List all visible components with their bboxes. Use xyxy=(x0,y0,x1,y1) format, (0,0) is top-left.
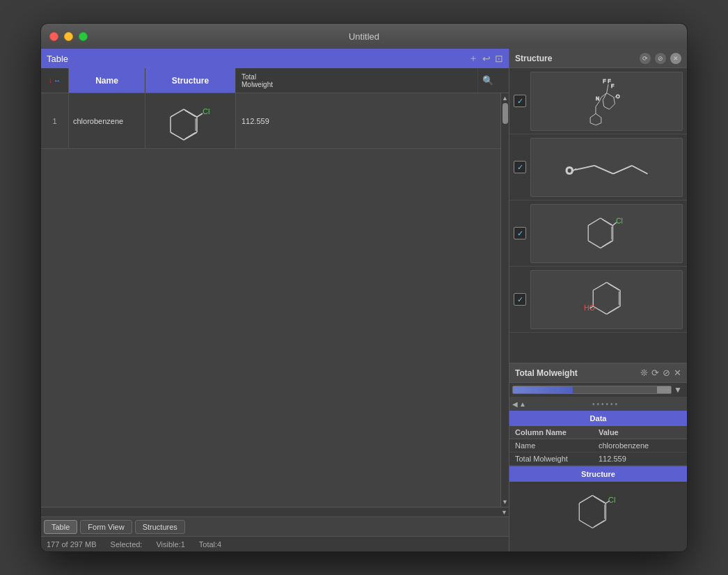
checkbox-1[interactable]: ✓ xyxy=(514,95,526,107)
svg-line-35 xyxy=(576,166,594,170)
svg-line-30 xyxy=(596,113,601,117)
structure-molecule-1: F F F N xyxy=(530,72,683,131)
molweight-bar-thumb xyxy=(657,386,671,393)
data-cell-mw-label: Total Molweight xyxy=(515,455,599,463)
svg-line-0 xyxy=(184,109,197,117)
svg-line-48 xyxy=(601,241,611,247)
table-header-icons: ＋ ↩ ⊡ xyxy=(468,52,503,65)
table-row[interactable]: 1 chlorobenzene xyxy=(41,93,500,149)
molweight-title: Total Molweight xyxy=(515,368,640,378)
drag-handle: ↓ ↔ xyxy=(41,68,69,93)
svg-line-43 xyxy=(588,241,601,249)
molweight-dropdown-icon[interactable]: ▼ xyxy=(672,385,684,395)
cancel-mw-icon[interactable]: ⊘ xyxy=(663,368,670,378)
svg-text:Cl: Cl xyxy=(616,216,623,225)
row-name: chlorobenzene xyxy=(69,93,145,148)
svg-line-8 xyxy=(185,132,196,139)
checkbox-2[interactable]: ✓ xyxy=(514,161,526,173)
svg-line-70 xyxy=(594,520,605,527)
col-scroll-spacer xyxy=(498,68,509,93)
settings-icon[interactable]: ⊘ xyxy=(655,53,666,64)
col-header-name[interactable]: Name xyxy=(69,68,145,93)
data-tab-label: Data xyxy=(590,414,607,423)
scroll-down-icon[interactable]: ▼ xyxy=(502,498,508,505)
data-cell-name-value: chlorobenzene xyxy=(599,441,681,450)
structure-item-1[interactable]: ✓ F F F xyxy=(509,68,687,134)
tab-structures[interactable]: Structures xyxy=(135,520,185,534)
svg-line-68 xyxy=(594,496,605,503)
back-icon[interactable]: ↩ xyxy=(482,53,491,64)
svg-text:F: F xyxy=(611,83,615,88)
svg-line-36 xyxy=(594,166,613,174)
data-table-headers: Column Name Value xyxy=(509,426,687,439)
svg-line-46 xyxy=(601,219,611,226)
structure-molecule-2: O xyxy=(530,138,683,197)
maximize-button[interactable] xyxy=(79,32,88,41)
svg-line-5 xyxy=(171,109,184,117)
expand-icon[interactable]: ⊡ xyxy=(495,53,503,64)
svg-line-22 xyxy=(604,107,610,109)
data-row-name: Name chlorobenzene xyxy=(509,439,687,452)
scroll-thumb[interactable] xyxy=(503,103,508,124)
structure-item-3[interactable]: ✓ xyxy=(509,200,687,267)
right-panel: Structure ⟳ ⊘ ✕ ✓ xyxy=(509,49,687,551)
mol-svg-2: O xyxy=(539,143,674,192)
svg-line-40 xyxy=(601,218,613,226)
main-window: Untitled Table ＋ ↩ ⊡ ↓ ↔ Name xyxy=(40,23,688,552)
svg-line-45 xyxy=(588,218,601,226)
data-row-molweight: Total Molweight 112.559 xyxy=(509,452,687,466)
column-headers: ↓ ↔ Name Structure Total Molweight 🔍 xyxy=(41,68,509,93)
structure-display-section: Structure xyxy=(509,466,687,551)
structure-molecule-3: Cl xyxy=(530,204,683,263)
close-mw-icon[interactable]: ✕ xyxy=(674,368,681,378)
nav-prev-icon[interactable]: ◀ xyxy=(512,400,518,408)
structure-list[interactable]: ✓ F F F xyxy=(509,68,687,363)
svg-line-21 xyxy=(609,104,615,109)
data-tab-header: Data xyxy=(509,411,687,426)
tab-table[interactable]: Table xyxy=(44,520,77,534)
structure-molecule-4: HO xyxy=(530,270,683,329)
title-bar: Untitled xyxy=(41,24,687,49)
svg-line-64 xyxy=(592,520,606,528)
search-icon[interactable]: 🔍 xyxy=(478,68,498,93)
table-vscrollbar[interactable]: ▲ ▼ xyxy=(500,93,509,507)
svg-line-56 xyxy=(593,282,606,290)
mol-svg-3: Cl xyxy=(539,209,674,258)
add-icon[interactable]: ＋ xyxy=(468,52,478,65)
close-button[interactable] xyxy=(49,32,58,41)
refresh-icon[interactable]: ⟳ xyxy=(640,53,651,64)
svg-line-67 xyxy=(579,496,592,503)
data-nav: ◀ ▲ •••••• xyxy=(509,397,687,411)
window-title: Untitled xyxy=(349,31,379,42)
scroll-up-icon[interactable]: ▲ xyxy=(502,95,508,102)
table-header-bar: Table ＋ ↩ ⊡ xyxy=(41,49,509,68)
svg-line-24 xyxy=(603,93,606,100)
molweight-icons: ❊ ⟳ ⊘ ✕ xyxy=(640,368,681,378)
svg-text:O: O xyxy=(616,94,620,99)
visible-status: Visible:1 xyxy=(156,540,184,549)
table-body[interactable]: 1 chlorobenzene xyxy=(41,93,500,507)
minimize-button[interactable] xyxy=(64,32,73,41)
structure-item-4[interactable]: ✓ xyxy=(509,267,687,333)
scroll-bottom-icon[interactable]: ▼ xyxy=(501,509,507,516)
nav-up-icon[interactable]: ▲ xyxy=(519,400,526,408)
col-header-structure[interactable]: Structure xyxy=(145,68,236,93)
refresh-mw-icon[interactable]: ⟳ xyxy=(651,368,659,378)
sort-down-icon: ↓ xyxy=(49,77,52,84)
svg-line-19 xyxy=(606,93,613,97)
svg-line-65 xyxy=(579,520,592,528)
molweight-bar-area: ▼ xyxy=(509,383,687,397)
structure-item-2[interactable]: ✓ O xyxy=(509,134,687,200)
checkbox-3[interactable]: ✓ xyxy=(514,227,526,239)
svg-line-14 xyxy=(606,84,608,93)
tab-form-view[interactable]: Form View xyxy=(80,520,132,534)
structure-panel-title: Structure xyxy=(515,54,640,63)
memory-status: 177 of 297 MB xyxy=(47,540,97,549)
molweight-panel: Total Molweight ❊ ⟳ ⊘ ✕ ▼ xyxy=(509,363,687,551)
snowflake-icon[interactable]: ❊ xyxy=(640,368,648,378)
total-status: Total:4 xyxy=(199,540,221,549)
col-header-molweight[interactable]: Total Molweight xyxy=(236,68,478,93)
close-panel-icon[interactable]: ✕ xyxy=(670,53,681,64)
checkbox-4[interactable]: ✓ xyxy=(514,293,526,306)
svg-line-57 xyxy=(608,283,619,290)
